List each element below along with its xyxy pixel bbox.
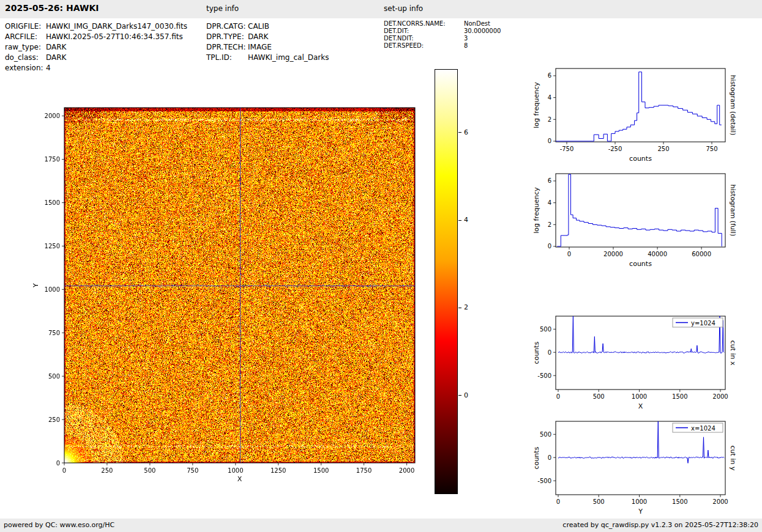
colorbar: [435, 69, 458, 494]
metadata-row: DPR.TECH:IMAGE: [206, 42, 381, 53]
svg-text:Y: Y: [638, 508, 643, 515]
metadata-row: do_class:DARK: [5, 53, 204, 63]
metadata-key: DET.RSPEED:: [384, 42, 464, 50]
metadata-row: ORIGFILE:HAWKI_IMG_DARK_Darks147_0030.fi…: [5, 21, 204, 32]
svg-text:1500: 1500: [672, 498, 687, 505]
metadata-key: DPR.TECH:: [206, 42, 248, 53]
svg-text:250: 250: [101, 467, 113, 474]
colorbar-tick-mark: [458, 308, 461, 308]
svg-text:1250: 1250: [271, 467, 286, 474]
footer-powered-by: powered by QC: www.eso.org/HC: [4, 521, 114, 529]
footer-bar: powered by QC: www.eso.org/HC created by…: [0, 519, 762, 532]
metadata-row: DPR.TYPE:DARK: [206, 32, 381, 42]
metadata-key: DET.NCORRS.NAME:: [384, 20, 464, 28]
svg-text:0: 0: [556, 393, 560, 400]
svg-text:2: 2: [548, 116, 551, 123]
svg-text:histogram (detail): histogram (detail): [729, 75, 737, 136]
colorbar-tick-mark: [458, 132, 461, 133]
svg-text:1000: 1000: [228, 467, 243, 474]
svg-text:500: 500: [593, 393, 605, 400]
metadata-row: DET.NDIT:3: [384, 35, 558, 42]
svg-text:0: 0: [556, 498, 560, 505]
metadata-row: TPL.ID:HAWKI_img_cal_Darks: [206, 53, 381, 63]
histogram-detail-plot: -750-2502507500246countslog frequencyhis…: [530, 62, 760, 166]
colorbar-tick-mark: [458, 220, 461, 221]
svg-text:60000: 60000: [692, 251, 711, 257]
svg-text:cut in x: cut in x: [729, 341, 737, 366]
svg-text:1500: 1500: [672, 393, 687, 400]
svg-text:counts: counts: [629, 155, 652, 163]
metadata-key: ARCFILE:: [5, 32, 46, 42]
svg-text:counts: counts: [532, 446, 540, 469]
metadata-row: DPR.CATG:CALIB: [206, 21, 381, 32]
metadata-value: DARK: [46, 42, 66, 53]
svg-text:2000: 2000: [45, 113, 60, 119]
svg-text:X: X: [638, 402, 643, 410]
svg-text:0: 0: [548, 454, 551, 461]
metadata-value: HAWKI.2025-05-27T10:46:34.357.fits: [46, 32, 183, 42]
setup-info-list: DET.NCORRS.NAME:NonDestDET.DIT:30.000000…: [384, 20, 558, 50]
svg-text:-500: -500: [537, 478, 551, 484]
svg-text:1000: 1000: [632, 498, 647, 505]
svg-text:0: 0: [548, 138, 551, 144]
metadata-value: 3: [464, 35, 468, 42]
svg-text:750: 750: [48, 330, 60, 336]
svg-text:x=1024: x=1024: [691, 425, 715, 432]
metadata-value: 4: [46, 63, 51, 73]
svg-text:750: 750: [706, 146, 717, 152]
svg-text:500: 500: [540, 431, 551, 438]
colorbar-tick-label: 6: [464, 128, 468, 136]
page-title: 2025-05-26: HAWKI: [5, 3, 99, 13]
metadata-value: IMAGE: [248, 42, 272, 53]
raw-image-heatmap: [64, 108, 415, 463]
colorbar-tick-label: 2: [464, 303, 468, 311]
svg-text:500: 500: [593, 498, 605, 505]
metadata-key: DET.DIT:: [384, 28, 464, 35]
metadata-value: DARK: [46, 53, 66, 63]
svg-text:1750: 1750: [45, 156, 60, 163]
svg-text:2: 2: [548, 221, 551, 228]
svg-text:-750: -750: [560, 146, 574, 152]
metadata-key: raw_type:: [5, 42, 46, 53]
svg-text:0: 0: [56, 460, 60, 467]
svg-text:0: 0: [62, 467, 66, 474]
qc-report-page: 2025-05-26: HAWKI type info set-up info …: [0, 0, 762, 532]
svg-text:X: X: [237, 475, 242, 483]
metadata-value: DARK: [248, 32, 268, 42]
svg-text:0: 0: [567, 251, 571, 257]
svg-text:histogram (full): histogram (full): [729, 185, 737, 237]
metadata-value: 30.0000000: [464, 28, 501, 35]
svg-text:500: 500: [48, 373, 60, 380]
svg-text:2000: 2000: [399, 467, 414, 474]
svg-text:40000: 40000: [648, 251, 667, 257]
svg-text:750: 750: [187, 467, 198, 474]
metadata-value: CALIB: [248, 21, 269, 32]
setup-info-heading: set-up info: [384, 4, 423, 13]
metadata-key: TPL.ID:: [206, 53, 248, 63]
svg-text:6: 6: [548, 72, 551, 79]
svg-text:4: 4: [548, 94, 551, 101]
svg-text:Y: Y: [32, 283, 40, 288]
svg-text:-250: -250: [608, 146, 622, 152]
svg-text:-500: -500: [537, 372, 551, 379]
svg-text:counts: counts: [629, 260, 652, 268]
svg-text:2000: 2000: [712, 393, 728, 400]
metadata-value: 8: [464, 42, 468, 50]
cut-in-y-plot: 0500100015002000-5000500Ycountscut in yx…: [530, 415, 760, 519]
header-bar: 2025-05-26: HAWKI type info set-up info: [0, 0, 762, 18]
svg-text:1250: 1250: [45, 243, 60, 249]
metadata-row: raw_type:DARK: [5, 42, 204, 53]
metadata-key: ORIGFILE:: [5, 21, 46, 32]
svg-text:1000: 1000: [632, 393, 647, 400]
metadata-value: NonDest: [464, 20, 490, 28]
metadata-row: DET.NCORRS.NAME:NonDest: [384, 20, 558, 28]
svg-text:1500: 1500: [313, 467, 329, 474]
metadata-key: extension:: [5, 63, 46, 73]
type-info-heading: type info: [206, 4, 239, 13]
svg-text:6: 6: [548, 177, 551, 184]
colorbar-tick-label: 4: [464, 216, 468, 224]
colorbar-tick-label: 0: [464, 391, 468, 399]
svg-text:20000: 20000: [603, 251, 623, 257]
svg-text:log frequency: log frequency: [532, 187, 540, 234]
svg-text:250: 250: [48, 416, 60, 423]
